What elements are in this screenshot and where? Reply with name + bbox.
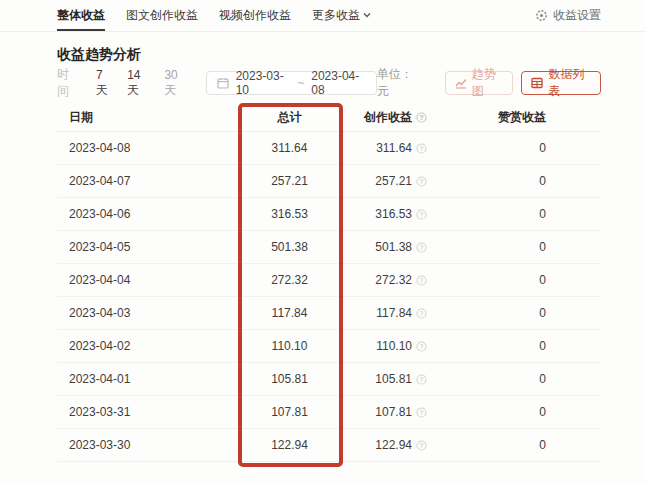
svg-text:?: ? [420, 309, 424, 316]
cell-reward: 0 [427, 372, 601, 386]
info-circle-icon[interactable]: ? [416, 176, 427, 187]
question-circle-icon[interactable]: ? [416, 112, 427, 123]
info-circle-icon[interactable]: ? [416, 308, 427, 319]
settings-label: 收益设置 [553, 7, 601, 24]
table-row: 2023-04-01 105.81 105.81 ? 0 [57, 363, 601, 396]
cell-reward: 0 [427, 141, 601, 155]
cell-total: 272.32 [237, 273, 342, 287]
cell-date: 2023-03-30 [57, 438, 237, 452]
cell-creation-value: 311.64 [376, 141, 412, 155]
cell-creation: 311.64 ? [342, 141, 427, 155]
cell-creation: 117.84 ? [342, 306, 427, 320]
svg-text:?: ? [420, 375, 424, 382]
data-list-icon [531, 77, 543, 89]
cell-total: 316.53 [237, 207, 342, 221]
cell-creation: 272.32 ? [342, 273, 427, 287]
cell-total: 117.84 [237, 306, 342, 320]
cell-creation: 122.94 ? [342, 438, 427, 452]
svg-text:?: ? [420, 210, 424, 217]
cell-reward: 0 [427, 306, 601, 320]
cell-total: 122.94 [237, 438, 342, 452]
cell-creation-value: 257.21 [375, 174, 412, 188]
date-separator: ~ [297, 76, 304, 90]
svg-text:?: ? [420, 342, 424, 349]
header-creation-label: 创作收益 [364, 109, 412, 126]
trend-chart-icon [455, 77, 467, 89]
info-circle-icon[interactable]: ? [416, 440, 427, 451]
svg-text:?: ? [420, 276, 424, 283]
tab-overall-income[interactable]: 整体收益 [57, 0, 105, 31]
cell-date: 2023-03-31 [57, 405, 237, 419]
cell-date: 2023-04-03 [57, 306, 237, 320]
range-30-days[interactable]: 30天 [164, 68, 187, 99]
cell-creation-value: 110.10 [376, 339, 412, 353]
data-list-view-button[interactable]: 数据列表 [521, 71, 601, 95]
header-reward: 赞赏收益 [427, 109, 601, 126]
table-row: 2023-04-04 272.32 272.32 ? 0 [57, 264, 601, 297]
cell-date: 2023-04-05 [57, 240, 237, 254]
time-filter-label: 时间 [57, 66, 79, 100]
cell-total: 257.21 [237, 174, 342, 188]
cell-total: 501.38 [237, 240, 342, 254]
cell-creation: 105.81 ? [342, 372, 427, 386]
range-7-days[interactable]: 7天 [96, 68, 113, 99]
table-row: 2023-04-06 316.53 316.53 ? 0 [57, 198, 601, 231]
info-circle-icon[interactable]: ? [416, 341, 427, 352]
page-title: 收益趋势分析 [57, 45, 646, 63]
svg-text:?: ? [420, 177, 424, 184]
cell-creation: 316.53 ? [342, 207, 427, 221]
info-circle-icon[interactable]: ? [416, 407, 427, 418]
cell-reward: 0 [427, 207, 601, 221]
cell-creation-value: 107.81 [375, 405, 412, 419]
date-end-value: 2023-04-08 [311, 69, 366, 97]
cell-reward: 0 [427, 240, 601, 254]
date-start-value: 2023-03-10 [236, 69, 291, 97]
info-circle-icon[interactable]: ? [416, 374, 427, 385]
tab-video-income[interactable]: 视频创作收益 [219, 0, 291, 31]
table-row: 2023-04-08 311.64 311.64 ? 0 [57, 132, 601, 165]
income-settings-button[interactable]: 收益设置 [535, 0, 601, 31]
svg-text:?: ? [420, 144, 424, 151]
cell-creation: 107.81 ? [342, 405, 427, 419]
cell-creation: 110.10 ? [342, 339, 427, 353]
cell-creation-value: 501.38 [375, 240, 412, 254]
income-table: 日期 总计 创作收益 ? 赞赏收益 2023-04-08 311.64 311.… [0, 104, 646, 462]
table-row: 2023-04-05 501.38 501.38 ? 0 [57, 231, 601, 264]
tab-more-income[interactable]: 更多收益 [312, 0, 371, 31]
table-body: 2023-04-08 311.64 311.64 ? 0 2023-04-07 … [57, 132, 601, 462]
cell-creation: 501.38 ? [342, 240, 427, 254]
cell-date: 2023-04-04 [57, 273, 237, 287]
cell-total: 105.81 [237, 372, 342, 386]
date-range-picker[interactable]: 2023-03-10 ~ 2023-04-08 [206, 71, 377, 95]
table-header-row: 日期 总计 创作收益 ? 赞赏收益 [57, 104, 601, 132]
table-row: 2023-03-31 107.81 107.81 ? 0 [57, 396, 601, 429]
trend-chart-label: 趋势图 [472, 66, 504, 100]
filter-row: 时间 7天 14天 30天 2023-03-10 ~ 2023-04-08 单位… [0, 71, 646, 95]
cell-reward: 0 [427, 273, 601, 287]
svg-text:?: ? [420, 408, 424, 415]
cell-total: 107.81 [237, 405, 342, 419]
info-circle-icon[interactable]: ? [416, 242, 427, 253]
table-row: 2023-04-02 110.10 110.10 ? 0 [57, 330, 601, 363]
tab-label: 视频创作收益 [219, 7, 291, 24]
header-total: 总计 [237, 109, 342, 126]
cell-reward: 0 [427, 405, 601, 419]
table-row: 2023-04-03 117.84 117.84 ? 0 [57, 297, 601, 330]
trend-chart-view-button[interactable]: 趋势图 [445, 71, 514, 95]
cell-creation: 257.21 ? [342, 174, 427, 188]
cell-total: 110.10 [237, 339, 342, 353]
tab-label: 整体收益 [57, 7, 105, 24]
header-date: 日期 [57, 109, 237, 126]
cell-creation-value: 272.32 [375, 273, 412, 287]
cell-date: 2023-04-08 [57, 141, 237, 155]
tab-list: 整体收益 图文创作收益 视频创作收益 更多收益 [57, 0, 535, 31]
range-14-days[interactable]: 14天 [127, 68, 150, 99]
svg-text:?: ? [419, 114, 423, 121]
header-creation: 创作收益 ? [342, 109, 427, 126]
tab-label: 图文创作收益 [126, 7, 198, 24]
gear-icon [535, 9, 548, 22]
info-circle-icon[interactable]: ? [416, 143, 427, 154]
tab-article-income[interactable]: 图文创作收益 [126, 0, 198, 31]
info-circle-icon[interactable]: ? [416, 209, 427, 220]
info-circle-icon[interactable]: ? [416, 275, 427, 286]
